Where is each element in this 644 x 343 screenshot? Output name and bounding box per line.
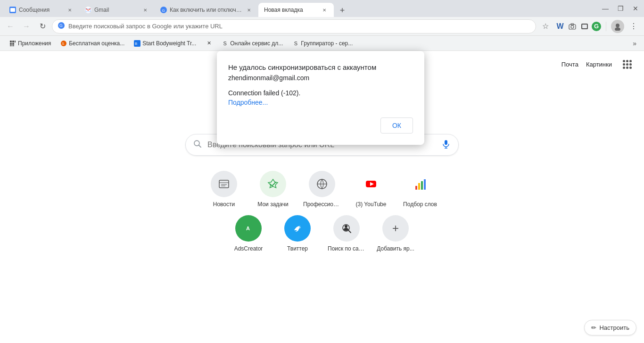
tab-gmail[interactable]: Gmail ✕ [79,3,155,17]
apps-icon-button[interactable] [619,57,635,72]
word-extension-button[interactable]: W [555,21,565,32]
dot4 [623,63,625,66]
svg-rect-20 [12,45,14,46]
shortcut-twitter[interactable]: Твиттер [277,215,318,252]
tab-close-gmail[interactable]: ✕ [141,6,149,14]
dialog-ok-button[interactable]: ОК [380,117,413,134]
shortcut-tasks[interactable]: Мои задачи [252,171,294,208]
maximize-button[interactable]: ❐ [616,4,625,13]
bookmark-free[interactable]: S Бесплатная оценка... [57,38,128,49]
shortcut-icon-add: + [382,215,409,242]
shortcut-wordpicker[interactable]: Подбор слов [399,171,441,208]
refresh-button[interactable]: ↻ [36,20,49,33]
mail-link[interactable]: Почта [561,61,578,68]
shortcut-label-search-site: Поиск по сай... [328,245,365,252]
dot6 [629,63,632,66]
tab-title-newtab: Новая вкладка [264,7,318,13]
shortcut-label-adscreator: AdsCreator [234,245,263,252]
bookmark-bodyweight[interactable]: B Start Bodyweight Tr... [130,38,200,49]
shortcut-label-add: Добавить яр... [377,245,414,252]
bookmark-favicon-bodyweight: B [134,40,140,47]
bookmark-groupirator[interactable]: S Группиратор - сер... [289,38,356,49]
bookmark-apps[interactable]: Приложения [6,38,55,49]
tab-favicon-messages [9,7,16,13]
svg-rect-11 [582,25,587,28]
dot1 [623,60,625,62]
customize-icon: ✏ [591,324,596,331]
svg-rect-1 [10,8,15,12]
tab-close-messages[interactable]: ✕ [66,6,74,14]
tab-newtab[interactable]: Новая вкладка ✕ [258,3,334,17]
tab-close-newtab[interactable]: ✕ [321,6,328,14]
shortcut-add[interactable]: + Добавить яр... [375,215,416,252]
svg-point-48 [345,225,347,228]
shortcut-label-wordpicker: Подбор слов [403,201,437,208]
dot8 [626,67,628,69]
back-button[interactable]: ← [4,20,17,33]
shortcuts-row-1: Новости Мои задачи Профессиона... [203,171,441,208]
camera-extension-button[interactable] [567,21,578,32]
svg-rect-39 [415,186,417,190]
shortcut-label-news: Новости [213,201,235,208]
title-bar: Сообщения ✕ Gmail ✕ G Как включить или о… [0,0,644,17]
bookmark-label-online: Онлайн сервис дл... [230,40,283,47]
dialog-title: Не удалось синхронизироваться с аккаунто… [228,62,413,72]
bookmark-favicon-online: S [222,40,228,47]
minimize-button[interactable]: — [601,4,610,13]
address-secure-icon: G [58,22,65,30]
forward-button[interactable]: → [20,20,33,33]
menu-button[interactable]: ⋮ [627,20,640,33]
screenshot-extension-button[interactable] [579,21,590,32]
bookmarks-bar: Приложения S Бесплатная оценка... B Star… [0,36,644,51]
svg-text:S: S [62,42,64,46]
tab-title-howto: Как включить или отключить с... [170,7,242,13]
tabs-area: Сообщения ✕ Gmail ✕ G Как включить или о… [4,0,597,17]
svg-text:G: G [59,23,63,28]
tab-favicon-howto: G [160,7,167,13]
search-icon [193,140,202,151]
svg-rect-30 [219,180,229,188]
customize-button[interactable]: ✏ Настроить [584,320,636,335]
shortcut-search-site[interactable]: Поиск по сай... [326,215,367,252]
shortcuts-row-2: A AdsCreator Твиттер Поиск по сай... + [228,215,416,252]
dialog-details-link[interactable]: Подробнее... [228,99,413,106]
shortcut-icon-wordpicker [407,171,433,197]
window-controls: — ❐ ✕ [601,4,640,13]
address-text: Введите поисковый запрос в Google или ук… [68,23,530,30]
shortcut-news[interactable]: Новости [203,171,245,208]
toolbar-separator [606,22,606,31]
bookmark-button[interactable]: ☆ [539,20,552,33]
dialog-error-text: Connection failed (-102). [228,89,413,97]
g-extension-button[interactable]: G [592,22,601,31]
bookmark-online[interactable]: S Онлайн сервис дл... [218,38,287,49]
svg-rect-42 [424,179,426,190]
svg-rect-27 [445,140,447,145]
dialog-footer: ОК [228,117,413,134]
bookmark-close[interactable]: ✕ [202,38,216,49]
new-tab-button[interactable]: + [336,4,349,17]
bookmark-favicon-apps [9,40,16,47]
shortcut-adscreator[interactable]: A AdsCreator [228,215,269,252]
dot2 [626,60,628,62]
shortcut-icon-youtube [358,171,384,197]
tab-close-howto[interactable]: ✕ [245,6,253,14]
toolbar: ← → ↻ G Введите поисковый запрос в Googl… [0,17,644,36]
svg-rect-15 [12,41,14,42]
tab-messages[interactable]: Сообщения ✕ [4,3,79,17]
tab-title-messages: Сообщения [19,7,63,13]
bookmarks-more-button[interactable]: » [631,38,638,49]
images-link[interactable]: Картинки [586,61,612,68]
shortcuts-section: Новости Мои задачи Профессиона... [203,171,441,252]
dot5 [626,63,628,66]
tab-howto[interactable]: G Как включить или отключить с... ✕ [155,3,258,17]
dot3 [629,60,632,62]
sync-error-dialog: Не удалось синхронизироваться с аккаунто… [217,51,424,145]
svg-rect-16 [15,41,16,42]
svg-text:G: G [162,8,165,13]
shortcut-youtube[interactable]: (3) YouTube [350,171,392,208]
profile-button[interactable] [611,20,624,33]
address-bar[interactable]: G Введите поисковый запрос в Google или … [52,19,536,33]
mic-icon[interactable] [441,139,451,151]
close-button[interactable]: ✕ [631,4,640,13]
shortcut-professional[interactable]: Профессиона... [301,171,343,208]
